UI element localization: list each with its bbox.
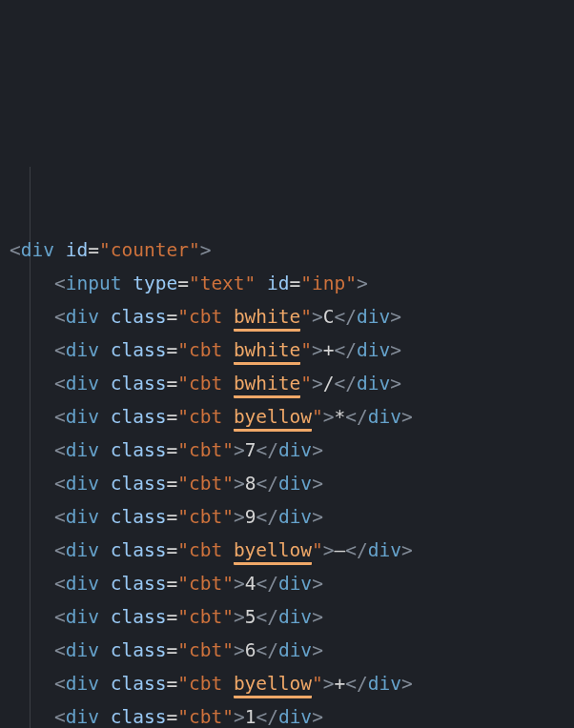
text-content: 9 [245,506,256,528]
code-line[interactable]: <input type="text" id="inp"> [10,267,574,300]
tag-name: div [66,506,99,528]
attr-name: class [111,539,167,561]
angle-bracket: > [234,606,245,628]
code-line[interactable]: <div class="cbt">7</div> [10,434,574,467]
quote: " [222,506,234,528]
angle-bracket: > [200,239,212,261]
attr-name: class [111,439,167,461]
tag-name: div [357,373,390,394]
attr-name: class [111,406,167,428]
angle-bracket: < [335,306,346,328]
code-line[interactable]: <div class="cbt byellow">–</div> [10,534,574,567]
code-editor[interactable]: <div id="counter"> <input type="text" id… [10,133,574,728]
quote: " [222,606,234,628]
text-content: * [335,406,346,428]
angle-bracket: > [323,406,335,428]
tag-name: div [66,706,99,728]
equals: = [166,573,177,595]
code-line[interactable]: <div class="cbt">6</div> [10,634,574,667]
angle-bracket: > [357,273,368,294]
attr-value: cbt [189,606,222,628]
code-line[interactable]: <div id="counter"> [10,233,574,267]
angle-bracket: > [312,439,323,461]
attr-value: cbt [189,373,234,394]
attr-value-warn: byellow [234,539,312,565]
quote: " [312,673,323,695]
angle-bracket: < [335,373,346,394]
attr-value: cbt [189,306,234,328]
code-line[interactable]: <div class="cbt">8</div> [10,467,574,500]
attr-value-warn: byellow [234,673,312,698]
attr-value: inp [312,273,345,294]
slash: / [267,506,278,528]
quote: " [312,539,323,561]
slash: / [345,339,357,361]
angle-bracket: > [401,673,413,695]
angle-bracket: > [234,639,245,661]
angle-bracket: < [256,573,267,595]
slash: / [345,373,357,394]
quote: " [177,406,189,428]
equals: = [166,439,177,461]
code-line[interactable]: <div class="cbt">1</div> [10,700,574,728]
code-line[interactable]: <div class="cbt bwhite">C</div> [10,300,574,334]
code-line[interactable]: <div class="cbt">5</div> [10,600,574,634]
code-line[interactable]: <div class="cbt">9</div> [10,500,574,534]
tag-name: div [278,606,312,628]
slash: / [267,606,278,628]
angle-bracket: > [390,306,401,328]
attr-value: cbt [189,473,222,495]
attr-value-warn: bwhite [234,373,300,398]
tag-name: div [66,406,99,428]
attr-name: type [133,273,177,294]
angle-bracket: < [54,573,66,595]
attr-value: cbt [189,339,234,361]
attr-name: class [111,639,167,661]
text-content: 6 [245,639,256,661]
equals: = [88,239,99,261]
text-content: C [323,306,335,328]
angle-bracket: < [54,606,66,628]
slash: / [267,639,278,661]
code-line[interactable]: <div class="cbt">4</div> [10,567,574,600]
angle-bracket: > [234,439,245,461]
attr-value: cbt [189,539,234,561]
tag-name: div [278,706,312,728]
quote: " [177,673,189,695]
quote: " [177,573,189,595]
code-line[interactable]: <div class="cbt byellow">*</div> [10,400,574,434]
attr-value: cbt [189,639,222,661]
quote: " [222,439,234,461]
tag-name: div [66,373,99,394]
code-line[interactable]: <div class="cbt byellow">+</div> [10,667,574,700]
tag-name: div [66,306,99,328]
text-content: – [335,539,346,561]
attr-name: class [111,373,167,394]
attr-name: class [111,473,167,495]
code-line[interactable]: <div class="cbt bwhite">+</div> [10,334,574,367]
quote: " [300,306,312,328]
tag-name: div [66,539,99,561]
quote: " [99,239,111,261]
equals: = [166,339,177,361]
angle-bracket: > [312,373,323,394]
code-line[interactable]: <div class="cbt bwhite">/</div> [10,367,574,400]
angle-bracket: > [390,339,401,361]
tag-name: div [21,239,54,261]
quote: " [222,639,234,661]
angle-bracket: < [54,506,66,528]
tag-name: div [368,539,401,561]
angle-bracket: < [335,339,346,361]
attr-value-warn: bwhite [234,306,300,332]
quote: " [300,339,312,361]
quote: " [177,306,189,328]
attr-name: class [111,573,167,595]
angle-bracket: > [312,306,323,328]
slash: / [345,306,357,328]
quote: " [177,539,189,561]
angle-bracket: > [401,539,413,561]
angle-bracket: < [54,373,66,394]
attr-value: cbt [189,406,234,428]
angle-bracket: > [312,606,323,628]
slash: / [267,573,278,595]
